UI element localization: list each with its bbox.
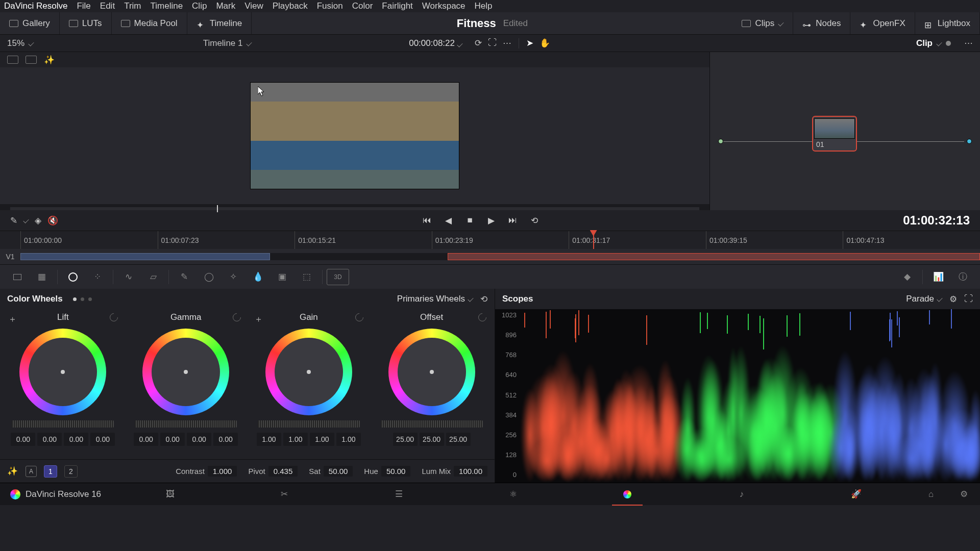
settings-icon[interactable]: ⚙ xyxy=(958,489,970,499)
param-contrast[interactable]: Contrast1.000 xyxy=(176,466,237,477)
clip-segment[interactable] xyxy=(20,253,270,260)
camera-raw-icon[interactable] xyxy=(6,269,29,285)
picker-icon[interactable]: ＋ xyxy=(254,313,262,321)
wheel-value[interactable]: 1.00 xyxy=(310,433,334,446)
menu-file[interactable]: File xyxy=(77,1,90,11)
scopes-expand-icon[interactable]: ⛶ xyxy=(964,294,973,304)
wheel-value[interactable]: 0.00 xyxy=(90,433,115,446)
home-icon[interactable]: ⌂ xyxy=(925,489,937,499)
menu-help[interactable]: Help xyxy=(475,1,493,11)
menu-fairlight[interactable]: Fairlight xyxy=(382,1,412,11)
menu-timeline[interactable]: Timeline xyxy=(150,1,183,11)
wheel-value[interactable]: 25.00 xyxy=(420,433,444,446)
sizing-icon[interactable]: ⬚ xyxy=(296,269,318,285)
color-wheel[interactable] xyxy=(265,329,352,415)
reset-icon[interactable]: ⟲ xyxy=(480,294,487,305)
bypass-icon[interactable]: ⟳ xyxy=(475,38,482,48)
track-bar[interactable] xyxy=(20,253,980,260)
color-wheel[interactable] xyxy=(142,329,229,415)
wheel-value[interactable]: 1.00 xyxy=(283,433,308,446)
menu-clip[interactable]: Clip xyxy=(192,1,207,11)
chevron-down-icon[interactable] xyxy=(247,40,252,46)
3d-icon[interactable]: 3D xyxy=(327,269,349,285)
cut-page-icon[interactable]: ✂ xyxy=(278,489,290,499)
menu-view[interactable]: View xyxy=(244,1,263,11)
reset-icon[interactable] xyxy=(108,312,119,323)
step-forward-button[interactable]: ⏭ xyxy=(507,215,519,226)
splitscreen-icon[interactable] xyxy=(26,56,37,64)
scopes-mode-dropdown[interactable]: Parade xyxy=(906,294,942,304)
clip-segment[interactable] xyxy=(448,253,980,260)
wheel-value[interactable]: 0.00 xyxy=(37,433,62,446)
color-wheels-icon[interactable] xyxy=(62,269,84,285)
viewer-timecode[interactable]: 00:00:08:22 xyxy=(404,38,468,48)
timeline-ruler[interactable]: 01:00:00:00 01:00:07:23 01:00:15:21 01:0… xyxy=(0,231,980,249)
clips-button[interactable]: Clips xyxy=(732,12,793,34)
imagewipe-icon[interactable] xyxy=(7,56,18,64)
step-back-button[interactable]: ◀ xyxy=(443,215,454,226)
blur-icon[interactable]: 💧 xyxy=(247,269,269,285)
jog-wheel[interactable] xyxy=(258,420,360,428)
page-2-tab[interactable]: 2 xyxy=(64,465,78,478)
chevron-down-icon[interactable] xyxy=(23,217,29,223)
stop-button[interactable]: ■ xyxy=(464,215,476,226)
wheels-mode-dropdown[interactable]: Primaries Wheels xyxy=(397,294,473,304)
page-1-tab[interactable]: 1 xyxy=(44,465,57,478)
scopes-icon[interactable]: 📊 xyxy=(927,269,949,285)
menu-playback[interactable]: Playback xyxy=(273,1,308,11)
node-options-icon[interactable]: ⋯ xyxy=(964,38,973,48)
color-wheel[interactable] xyxy=(388,329,475,415)
scopes-settings-icon[interactable]: ⚙ xyxy=(949,294,957,305)
node-graph[interactable]: 01 xyxy=(709,52,980,210)
lightbox-button[interactable]: ⊞Lightbox xyxy=(915,12,980,34)
viewer-scrubber[interactable] xyxy=(10,207,699,210)
wheel-value[interactable]: 1.00 xyxy=(257,433,281,446)
wheel-value[interactable]: 0.00 xyxy=(213,433,238,446)
timeline-name-label[interactable]: Timeline 1 xyxy=(203,38,243,48)
jog-wheel[interactable] xyxy=(381,420,483,428)
layers-icon[interactable]: ◈ xyxy=(35,215,41,226)
viewer-canvas[interactable] xyxy=(0,67,709,204)
window-icon[interactable]: ◯ xyxy=(198,269,220,285)
keyframe-icon[interactable]: ◆ xyxy=(896,269,918,285)
qualifier-icon[interactable]: ✎ xyxy=(173,269,195,285)
wheel-value[interactable]: 0.00 xyxy=(187,433,211,446)
playhead[interactable] xyxy=(593,231,594,249)
timeline-button[interactable]: ✦Timeline xyxy=(187,12,252,34)
luts-button[interactable]: LUTs xyxy=(60,12,112,34)
menu-color[interactable]: Color xyxy=(352,1,373,11)
menu-mark[interactable]: Mark xyxy=(216,1,235,11)
qualifier-picker-icon[interactable]: ✎ xyxy=(10,215,17,226)
node-scope-dropdown[interactable]: Clip xyxy=(910,38,957,48)
auto-balance-icon[interactable]: ✨ xyxy=(7,466,18,477)
app-brand[interactable]: DaVinci Resolve xyxy=(4,1,67,11)
node-source-icon[interactable] xyxy=(718,139,723,144)
key-icon[interactable]: ▣ xyxy=(271,269,293,285)
color-page-icon[interactable] xyxy=(621,489,633,499)
wheel-value[interactable]: 25.00 xyxy=(393,433,418,446)
picker-icon[interactable]: ＋ xyxy=(8,313,16,321)
node-output-icon[interactable] xyxy=(967,139,972,144)
magic-wand-icon[interactable]: ✨ xyxy=(44,55,55,65)
menu-fusion[interactable]: Fusion xyxy=(317,1,343,11)
jog-wheel[interactable] xyxy=(12,420,114,428)
color-wheel[interactable] xyxy=(19,329,106,415)
options-icon[interactable]: ⋯ xyxy=(503,38,511,48)
wheel-value[interactable]: 0.00 xyxy=(160,433,185,446)
wheel-value[interactable]: 1.00 xyxy=(336,433,361,446)
jog-wheel[interactable] xyxy=(135,420,237,428)
deliver-page-icon[interactable]: 🚀 xyxy=(850,489,862,499)
track-label[interactable]: V1 xyxy=(0,253,20,261)
param-lum-mix[interactable]: Lum Mix100.00 xyxy=(422,466,487,477)
wheel-value[interactable]: 0.00 xyxy=(11,433,35,446)
reset-icon[interactable] xyxy=(231,312,242,323)
menu-workspace[interactable]: Workspace xyxy=(422,1,465,11)
media-page-icon[interactable]: 🖼 xyxy=(164,489,176,499)
picker-icon[interactable] xyxy=(131,313,139,321)
first-frame-button[interactable]: ⏮ xyxy=(422,215,433,226)
nodes-button[interactable]: ⊶Nodes xyxy=(793,12,850,34)
mediapool-button[interactable]: Media Pool xyxy=(112,12,187,34)
openfx-button[interactable]: ✦OpenFX xyxy=(850,12,915,34)
loop-button[interactable]: ⟲ xyxy=(529,215,540,226)
wheel-value[interactable]: 25.00 xyxy=(446,433,471,446)
